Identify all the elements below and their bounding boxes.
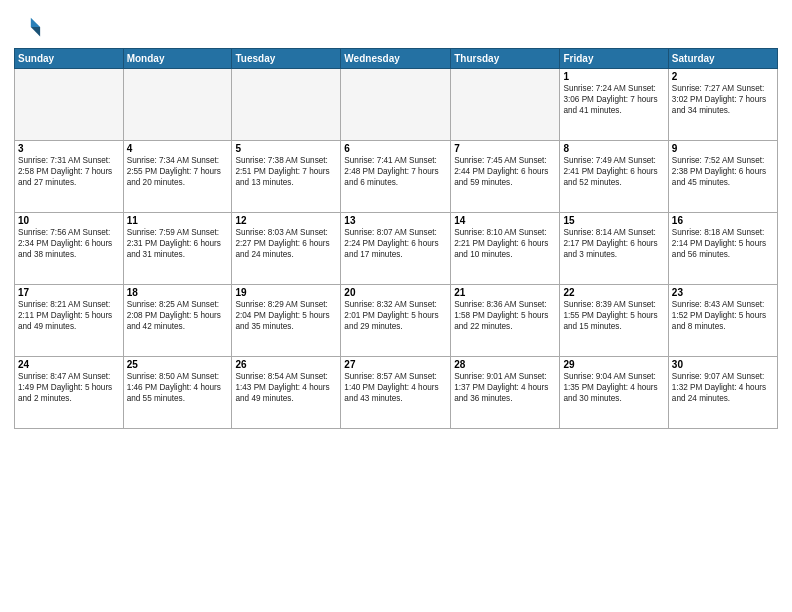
calendar-cell: 22Sunrise: 8:39 AM Sunset: 1:55 PM Dayli…	[560, 285, 668, 357]
calendar-cell: 6Sunrise: 7:41 AM Sunset: 2:48 PM Daylig…	[341, 141, 451, 213]
logo-icon	[14, 14, 42, 42]
weekday-header-monday: Monday	[123, 49, 232, 69]
day-number: 3	[18, 143, 120, 154]
day-number: 21	[454, 287, 556, 298]
day-info: Sunrise: 8:32 AM Sunset: 2:01 PM Dayligh…	[344, 299, 447, 332]
day-info: Sunrise: 8:29 AM Sunset: 2:04 PM Dayligh…	[235, 299, 337, 332]
calendar-cell	[15, 69, 124, 141]
svg-marker-1	[31, 27, 40, 36]
calendar-cell: 13Sunrise: 8:07 AM Sunset: 2:24 PM Dayli…	[341, 213, 451, 285]
calendar-cell: 19Sunrise: 8:29 AM Sunset: 2:04 PM Dayli…	[232, 285, 341, 357]
day-number: 9	[672, 143, 774, 154]
day-info: Sunrise: 7:31 AM Sunset: 2:58 PM Dayligh…	[18, 155, 120, 188]
day-number: 16	[672, 215, 774, 226]
day-info: Sunrise: 7:56 AM Sunset: 2:34 PM Dayligh…	[18, 227, 120, 260]
day-number: 27	[344, 359, 447, 370]
calendar-cell: 14Sunrise: 8:10 AM Sunset: 2:21 PM Dayli…	[451, 213, 560, 285]
day-number: 11	[127, 215, 229, 226]
day-info: Sunrise: 8:03 AM Sunset: 2:27 PM Dayligh…	[235, 227, 337, 260]
day-info: Sunrise: 7:41 AM Sunset: 2:48 PM Dayligh…	[344, 155, 447, 188]
day-info: Sunrise: 8:50 AM Sunset: 1:46 PM Dayligh…	[127, 371, 229, 404]
logo	[14, 14, 46, 42]
day-info: Sunrise: 9:01 AM Sunset: 1:37 PM Dayligh…	[454, 371, 556, 404]
day-info: Sunrise: 7:38 AM Sunset: 2:51 PM Dayligh…	[235, 155, 337, 188]
day-info: Sunrise: 8:10 AM Sunset: 2:21 PM Dayligh…	[454, 227, 556, 260]
calendar-cell: 3Sunrise: 7:31 AM Sunset: 2:58 PM Daylig…	[15, 141, 124, 213]
weekday-header-thursday: Thursday	[451, 49, 560, 69]
day-info: Sunrise: 7:24 AM Sunset: 3:06 PM Dayligh…	[563, 83, 664, 116]
calendar-cell	[123, 69, 232, 141]
day-number: 22	[563, 287, 664, 298]
day-info: Sunrise: 7:52 AM Sunset: 2:38 PM Dayligh…	[672, 155, 774, 188]
calendar-cell: 23Sunrise: 8:43 AM Sunset: 1:52 PM Dayli…	[668, 285, 777, 357]
day-info: Sunrise: 8:21 AM Sunset: 2:11 PM Dayligh…	[18, 299, 120, 332]
day-number: 6	[344, 143, 447, 154]
calendar-cell	[451, 69, 560, 141]
day-number: 17	[18, 287, 120, 298]
calendar-cell: 17Sunrise: 8:21 AM Sunset: 2:11 PM Dayli…	[15, 285, 124, 357]
day-number: 25	[127, 359, 229, 370]
day-info: Sunrise: 9:04 AM Sunset: 1:35 PM Dayligh…	[563, 371, 664, 404]
day-number: 5	[235, 143, 337, 154]
calendar-cell: 15Sunrise: 8:14 AM Sunset: 2:17 PM Dayli…	[560, 213, 668, 285]
day-info: Sunrise: 7:27 AM Sunset: 3:02 PM Dayligh…	[672, 83, 774, 116]
calendar-cell: 2Sunrise: 7:27 AM Sunset: 3:02 PM Daylig…	[668, 69, 777, 141]
calendar-cell: 28Sunrise: 9:01 AM Sunset: 1:37 PM Dayli…	[451, 357, 560, 429]
day-info: Sunrise: 8:14 AM Sunset: 2:17 PM Dayligh…	[563, 227, 664, 260]
day-number: 7	[454, 143, 556, 154]
calendar-cell: 27Sunrise: 8:57 AM Sunset: 1:40 PM Dayli…	[341, 357, 451, 429]
weekday-header-sunday: Sunday	[15, 49, 124, 69]
day-number: 29	[563, 359, 664, 370]
weekday-header-wednesday: Wednesday	[341, 49, 451, 69]
calendar-cell: 12Sunrise: 8:03 AM Sunset: 2:27 PM Dayli…	[232, 213, 341, 285]
calendar-cell: 18Sunrise: 8:25 AM Sunset: 2:08 PM Dayli…	[123, 285, 232, 357]
day-info: Sunrise: 8:39 AM Sunset: 1:55 PM Dayligh…	[563, 299, 664, 332]
calendar-cell: 21Sunrise: 8:36 AM Sunset: 1:58 PM Dayli…	[451, 285, 560, 357]
day-info: Sunrise: 8:43 AM Sunset: 1:52 PM Dayligh…	[672, 299, 774, 332]
calendar-cell: 20Sunrise: 8:32 AM Sunset: 2:01 PM Dayli…	[341, 285, 451, 357]
day-number: 13	[344, 215, 447, 226]
day-number: 19	[235, 287, 337, 298]
day-number: 14	[454, 215, 556, 226]
day-number: 1	[563, 71, 664, 82]
day-number: 10	[18, 215, 120, 226]
day-info: Sunrise: 8:36 AM Sunset: 1:58 PM Dayligh…	[454, 299, 556, 332]
calendar-cell: 25Sunrise: 8:50 AM Sunset: 1:46 PM Dayli…	[123, 357, 232, 429]
day-info: Sunrise: 7:45 AM Sunset: 2:44 PM Dayligh…	[454, 155, 556, 188]
day-info: Sunrise: 8:54 AM Sunset: 1:43 PM Dayligh…	[235, 371, 337, 404]
day-number: 26	[235, 359, 337, 370]
header	[14, 10, 778, 42]
calendar-cell: 7Sunrise: 7:45 AM Sunset: 2:44 PM Daylig…	[451, 141, 560, 213]
calendar-cell: 1Sunrise: 7:24 AM Sunset: 3:06 PM Daylig…	[560, 69, 668, 141]
calendar-cell	[341, 69, 451, 141]
calendar-cell: 29Sunrise: 9:04 AM Sunset: 1:35 PM Dayli…	[560, 357, 668, 429]
calendar-cell: 9Sunrise: 7:52 AM Sunset: 2:38 PM Daylig…	[668, 141, 777, 213]
calendar-cell: 8Sunrise: 7:49 AM Sunset: 2:41 PM Daylig…	[560, 141, 668, 213]
calendar-cell: 16Sunrise: 8:18 AM Sunset: 2:14 PM Dayli…	[668, 213, 777, 285]
day-number: 30	[672, 359, 774, 370]
calendar-cell: 30Sunrise: 9:07 AM Sunset: 1:32 PM Dayli…	[668, 357, 777, 429]
day-info: Sunrise: 8:18 AM Sunset: 2:14 PM Dayligh…	[672, 227, 774, 260]
day-number: 2	[672, 71, 774, 82]
day-number: 12	[235, 215, 337, 226]
day-number: 24	[18, 359, 120, 370]
calendar-cell: 4Sunrise: 7:34 AM Sunset: 2:55 PM Daylig…	[123, 141, 232, 213]
day-info: Sunrise: 7:49 AM Sunset: 2:41 PM Dayligh…	[563, 155, 664, 188]
day-info: Sunrise: 8:25 AM Sunset: 2:08 PM Dayligh…	[127, 299, 229, 332]
day-info: Sunrise: 8:57 AM Sunset: 1:40 PM Dayligh…	[344, 371, 447, 404]
calendar-cell: 11Sunrise: 7:59 AM Sunset: 2:31 PM Dayli…	[123, 213, 232, 285]
day-info: Sunrise: 9:07 AM Sunset: 1:32 PM Dayligh…	[672, 371, 774, 404]
calendar-cell	[232, 69, 341, 141]
day-info: Sunrise: 8:07 AM Sunset: 2:24 PM Dayligh…	[344, 227, 447, 260]
calendar-cell: 26Sunrise: 8:54 AM Sunset: 1:43 PM Dayli…	[232, 357, 341, 429]
day-number: 23	[672, 287, 774, 298]
day-number: 4	[127, 143, 229, 154]
svg-marker-0	[31, 18, 40, 27]
page: SundayMondayTuesdayWednesdayThursdayFrid…	[0, 0, 792, 612]
day-number: 15	[563, 215, 664, 226]
calendar-cell: 10Sunrise: 7:56 AM Sunset: 2:34 PM Dayli…	[15, 213, 124, 285]
weekday-header-saturday: Saturday	[668, 49, 777, 69]
day-number: 8	[563, 143, 664, 154]
calendar-table: SundayMondayTuesdayWednesdayThursdayFrid…	[14, 48, 778, 429]
day-number: 20	[344, 287, 447, 298]
